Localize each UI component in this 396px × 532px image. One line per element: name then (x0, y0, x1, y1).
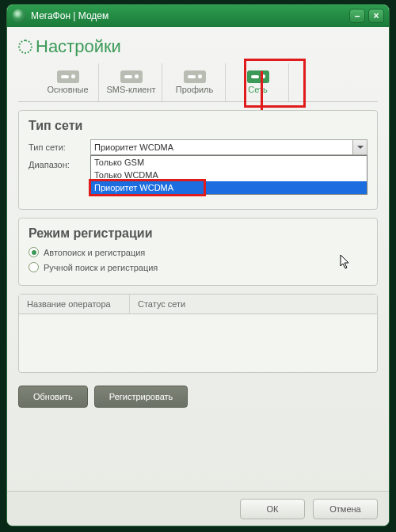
minimize-button[interactable]: – (349, 9, 365, 23)
column-operator[interactable]: Название оператора (19, 294, 130, 314)
gear-icon (18, 40, 32, 54)
dropdown-option-selected[interactable]: Приоритет WCDMA (91, 181, 367, 194)
network-type-dropdown: Только GSM Только WCDMA Приоритет WCDMA (90, 155, 367, 195)
network-type-value: Приоритет WCDMA (94, 142, 173, 152)
window-title: МегаФон | Модем (31, 10, 349, 21)
key-icon (184, 70, 206, 83)
content-area: Настройки Основные SMS-клиент Профиль Се… (7, 27, 389, 408)
key-icon (120, 70, 143, 83)
refresh-button[interactable]: Обновить (18, 386, 88, 408)
page-title: Настройки (18, 36, 378, 57)
radio-icon (29, 247, 39, 257)
tab-profile[interactable]: Профиль (164, 63, 226, 101)
tabs: Основные SMS-клиент Профиль Сеть (18, 63, 378, 102)
radio-manual[interactable]: Ручной поиск и регистрация (29, 262, 367, 272)
dropdown-option[interactable]: Только WCDMA (91, 169, 367, 181)
network-type-label: Тип сети: (29, 142, 90, 152)
titlebar: МегаФон | Модем – × (7, 5, 389, 27)
tab-network[interactable]: Сеть (227, 63, 289, 101)
tab-sms[interactable]: SMS-клиент (101, 63, 162, 101)
tab-sms-label: SMS-клиент (106, 85, 155, 94)
registration-title: Режим регистрации (29, 226, 367, 241)
radio-icon (29, 262, 39, 272)
radio-auto-label: Автопоиск и регистрация (44, 248, 145, 257)
radio-manual-label: Ручной поиск и регистрация (44, 263, 158, 272)
dropdown-option[interactable]: Только GSM (91, 156, 367, 169)
registration-panel: Режим регистрации Автопоиск и регистраци… (18, 218, 378, 286)
page-title-text: Настройки (36, 36, 121, 57)
megafon-logo-icon (12, 9, 26, 23)
network-type-select[interactable]: Приоритет WCDMA (90, 139, 367, 155)
network-type-panel: Тип сети Тип сети: Приоритет WCDMA Тольк… (18, 110, 378, 210)
footer: ОК Отмена (7, 491, 389, 526)
tab-profile-label: Профиль (176, 85, 214, 94)
app-window: МегаФон | Модем – × Настройки Основные S… (6, 4, 390, 526)
tab-basic[interactable]: Основные (37, 63, 99, 101)
range-label: Диапазон: (29, 160, 90, 169)
column-status[interactable]: Статус сети (130, 294, 193, 314)
chevron-down-icon[interactable] (352, 140, 367, 154)
cancel-button[interactable]: Отмена (313, 499, 378, 519)
key-icon (247, 70, 269, 83)
operators-table: Название оператора Статус сети (18, 294, 378, 373)
close-button[interactable]: × (368, 9, 384, 23)
register-button[interactable]: Регистрировать (94, 386, 188, 408)
network-type-title: Тип сети (29, 119, 367, 133)
ok-button[interactable]: ОК (240, 499, 305, 519)
tab-network-label: Сеть (248, 85, 267, 94)
key-icon (57, 70, 79, 83)
tab-basic-label: Основные (47, 85, 88, 94)
radio-auto[interactable]: Автопоиск и регистрация (29, 247, 367, 257)
